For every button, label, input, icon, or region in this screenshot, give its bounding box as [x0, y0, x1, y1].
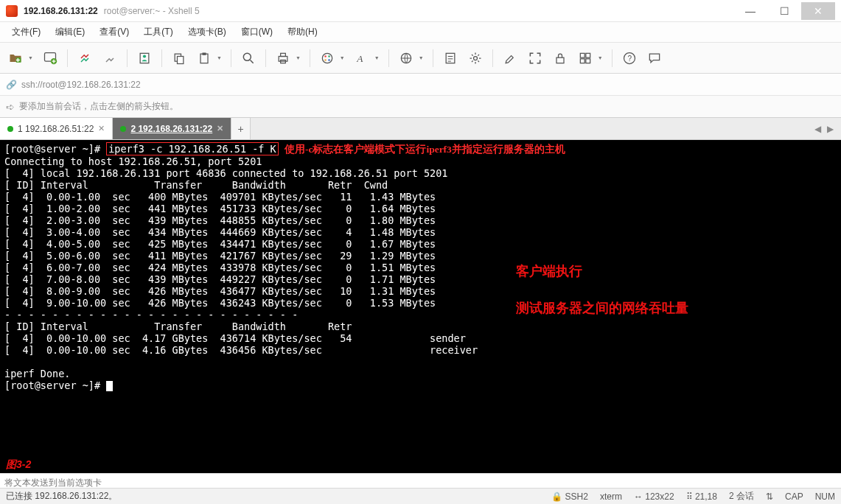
highlight-icon[interactable] — [500, 49, 520, 68]
close-icon[interactable]: ✕ — [217, 124, 223, 133]
svg-rect-7 — [200, 54, 208, 63]
toolbar: ▼ ▼ ▼ ▼ A▼ ▼ ▼ ? — [0, 43, 841, 74]
gear-icon[interactable] — [466, 49, 485, 68]
svg-point-21 — [473, 56, 477, 60]
disconnect-icon[interactable] — [100, 49, 119, 68]
chevron-down-icon[interactable]: ▼ — [419, 55, 424, 60]
minimize-button[interactable]: — — [733, 2, 767, 20]
terminal[interactable]: [root@server ~]# iperf3 -c 192.168.26.51… — [0, 140, 841, 473]
menu-view[interactable]: 查看(V) — [94, 23, 135, 41]
status-lock: 🔒 SSH2 — [551, 491, 588, 502]
window-title: 192.168.26.131:22 — [24, 6, 98, 16]
address-text[interactable]: ssh://root@192.168.26.131:22 — [21, 80, 141, 90]
close-icon[interactable]: ✕ — [98, 124, 105, 133]
svg-rect-24 — [585, 53, 590, 57]
new-session-icon[interactable] — [41, 49, 60, 68]
status-dot-icon — [7, 126, 13, 132]
font-icon[interactable]: A — [352, 49, 371, 68]
status-connection: 已连接 192.168.26.131:22。 — [6, 490, 117, 503]
globe-icon[interactable] — [397, 49, 416, 68]
tab-label: 1 192.168.26.51:22 — [18, 124, 94, 134]
svg-point-9 — [243, 53, 251, 60]
tabs-row: 1 192.168.26.51:22 ✕ 2 192.168.26.131:22… — [0, 118, 841, 140]
svg-point-13 — [322, 53, 332, 63]
tab-session-1[interactable]: 1 192.168.26.51:22 ✕ — [0, 118, 113, 139]
svg-text:?: ? — [627, 55, 632, 63]
address-bar: 🔗 ssh://root@192.168.26.131:22 — [0, 74, 841, 96]
paste-icon[interactable] — [195, 49, 214, 68]
svg-rect-26 — [585, 58, 590, 63]
svg-rect-8 — [202, 52, 206, 55]
search-icon[interactable] — [239, 49, 258, 68]
properties-icon[interactable] — [135, 49, 154, 68]
menu-bar: 文件(F) 编辑(E) 查看(V) 工具(T) 选项卡(B) 窗口(W) 帮助(… — [0, 22, 841, 43]
status-encoding: ⇅ — [766, 491, 773, 502]
app-icon — [6, 5, 18, 17]
menu-tabs[interactable]: 选项卡(B) — [182, 23, 232, 41]
menu-tools[interactable]: 工具(T) — [138, 23, 178, 41]
status-term: xterm — [600, 491, 622, 502]
svg-point-4 — [143, 55, 146, 57]
tab-label: 2 192.168.26.131:22 — [130, 124, 212, 134]
send-input[interactable] — [4, 477, 837, 488]
chat-icon[interactable] — [645, 49, 664, 68]
add-tab-button[interactable]: + — [231, 118, 251, 139]
svg-point-14 — [324, 55, 327, 57]
svg-rect-3 — [140, 53, 149, 63]
color-icon[interactable] — [318, 49, 337, 68]
maximize-button[interactable]: ☐ — [767, 2, 801, 20]
reconnect-icon[interactable] — [75, 49, 94, 68]
arrow-icon[interactable]: ➪ — [6, 101, 15, 113]
status-num: NUM — [815, 491, 835, 502]
svg-rect-22 — [556, 57, 564, 63]
scroll-right-icon[interactable]: ▶ — [827, 124, 834, 134]
help-icon[interactable]: ? — [620, 49, 639, 68]
status-cap: CAP — [785, 491, 803, 502]
status-size: ↔ 123x22 — [634, 491, 674, 502]
link-icon: 🔗 — [6, 80, 17, 90]
svg-point-15 — [328, 55, 330, 57]
chevron-down-icon[interactable]: ▼ — [598, 55, 603, 60]
status-bar: 已连接 192.168.26.131:22。 🔒 SSH2 xterm ↔ 12… — [0, 488, 841, 504]
print-icon[interactable] — [273, 49, 293, 68]
svg-point-17 — [324, 59, 327, 61]
hint-bar: ➪ 要添加当前会话，点击左侧的箭头按钮。 — [0, 96, 841, 118]
status-sessions: 2 会话 — [729, 490, 754, 503]
svg-rect-23 — [580, 53, 584, 57]
svg-rect-10 — [279, 56, 287, 61]
svg-rect-11 — [281, 53, 286, 56]
menu-edit[interactable]: 编辑(E) — [49, 23, 91, 41]
tab-session-2[interactable]: 2 192.168.26.131:22 ✕ — [113, 118, 231, 139]
scroll-left-icon[interactable]: ◀ — [814, 124, 821, 134]
script-icon[interactable] — [441, 49, 460, 68]
title-bar: 192.168.26.131:22 root@server:~ - Xshell… — [0, 0, 841, 22]
grid-icon[interactable] — [576, 49, 595, 68]
hint-text: 要添加当前会话，点击左侧的箭头按钮。 — [19, 100, 178, 113]
svg-rect-6 — [177, 56, 183, 63]
close-button[interactable]: ✕ — [801, 2, 835, 20]
chevron-down-icon[interactable]: ▼ — [340, 55, 345, 60]
chevron-down-icon[interactable]: ▼ — [28, 55, 33, 60]
svg-text:A: A — [356, 53, 363, 64]
fullscreen-icon[interactable] — [526, 49, 545, 68]
status-dot-icon — [120, 126, 126, 132]
menu-file[interactable]: 文件(F) — [6, 23, 46, 41]
menu-help[interactable]: 帮助(H) — [282, 23, 324, 41]
status-pos: ⠿ 21,18 — [686, 491, 717, 502]
copy-icon[interactable] — [170, 49, 189, 68]
figure-label: 图3-2 — [6, 458, 31, 472]
chevron-down-icon[interactable]: ▼ — [217, 55, 222, 60]
chevron-down-icon[interactable]: ▼ — [374, 55, 380, 60]
chevron-down-icon[interactable]: ▼ — [296, 55, 301, 60]
menu-window[interactable]: 窗口(W) — [235, 23, 279, 41]
svg-point-16 — [328, 59, 330, 61]
window-subtitle: root@server:~ - Xshell 5 — [104, 6, 200, 16]
lock-icon[interactable] — [551, 49, 570, 68]
svg-rect-25 — [580, 58, 584, 63]
open-icon[interactable] — [6, 49, 25, 68]
